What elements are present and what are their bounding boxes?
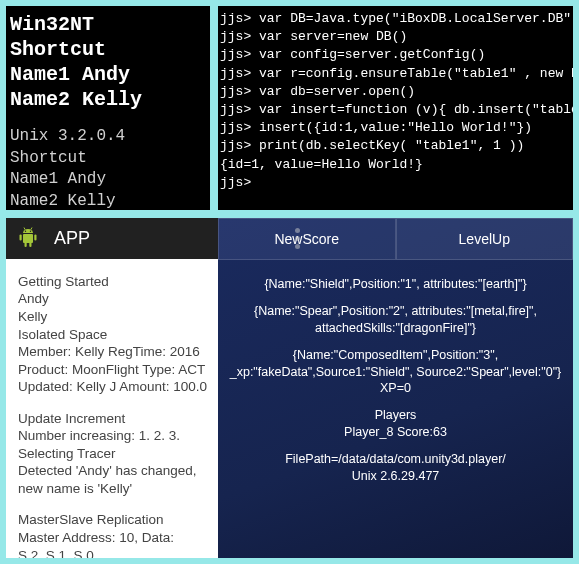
svg-rect-3: [25, 243, 27, 248]
terminal-jjs[interactable]: jjs> var DB=Java.type("iBoxDB.LocalServe…: [218, 6, 573, 210]
jjs-line: jjs> insert({id:1,value:"Hello World!"}): [220, 119, 571, 137]
svg-rect-4: [29, 243, 31, 248]
os-line: Unix 2.6.29.477: [224, 468, 567, 485]
jjs-line: jjs> var r=config.ensureTable("table1" ,…: [220, 65, 571, 83]
term1-line: Shortcut: [10, 148, 206, 170]
term1-line: Name1 Andy: [10, 169, 206, 191]
players-header: Players: [224, 407, 567, 424]
svg-rect-1: [20, 235, 22, 241]
term1-bold-line: Win32NT: [10, 12, 206, 37]
svg-line-6: [31, 228, 32, 230]
term1-bold-line: Shortcut: [10, 37, 206, 62]
jjs-line: jjs> var insert=function (v){ db.insert(…: [220, 101, 571, 119]
jjs-line: jjs> var config=server.getConfig(): [220, 46, 571, 64]
unity-tab-bar: NewScore LevelUp: [218, 218, 573, 260]
tab-level-up[interactable]: LevelUp: [396, 218, 574, 260]
term1-line: Unix 3.2.0.4: [10, 126, 206, 148]
svg-rect-0: [23, 234, 33, 243]
terminal-win-unix: Win32NT Shortcut Name1 Andy Name2 Kelly …: [6, 6, 210, 210]
unity-item: {Name:"Spear",Position:"2", attributes:"…: [224, 303, 567, 337]
unity-item: {Name:"Shield",Position:"1", attributes:…: [224, 276, 567, 293]
term1-bold-line: Name1 Andy: [10, 62, 206, 87]
jjs-line: jjs> var db=server.open(): [220, 83, 571, 101]
jjs-line: jjs> var server=new DB(): [220, 28, 571, 46]
jjs-line: {id=1, value=Hello World!}: [220, 156, 571, 174]
svg-point-7: [25, 231, 26, 232]
jjs-line: jjs> var DB=Java.type("iBoxDB.LocalServe…: [220, 10, 571, 28]
term1-line: Name2 Kelly: [10, 191, 206, 210]
term1-bold-line: Name2 Kelly: [10, 87, 206, 112]
android-robot-icon: [16, 226, 40, 250]
unity-content: {Name:"Shield",Position:"1", attributes:…: [218, 260, 573, 558]
unity-game-panel: NewScore LevelUp {Name:"Shield",Position…: [218, 218, 573, 558]
svg-line-5: [24, 228, 25, 230]
filepath-line: FilePath=/data/data/com.unity3d.player/: [224, 451, 567, 468]
jjs-line: jjs>: [220, 174, 571, 192]
jjs-line: jjs> print(db.selectKey( "table1", 1 )): [220, 137, 571, 155]
svg-rect-2: [34, 235, 36, 241]
overflow-menu-icon[interactable]: [282, 228, 312, 249]
unity-item: {Name:"ComposedItem",Position:"3", _xp:"…: [224, 347, 567, 398]
player-score: Player_8 Score:63: [224, 424, 567, 441]
svg-point-8: [30, 231, 31, 232]
